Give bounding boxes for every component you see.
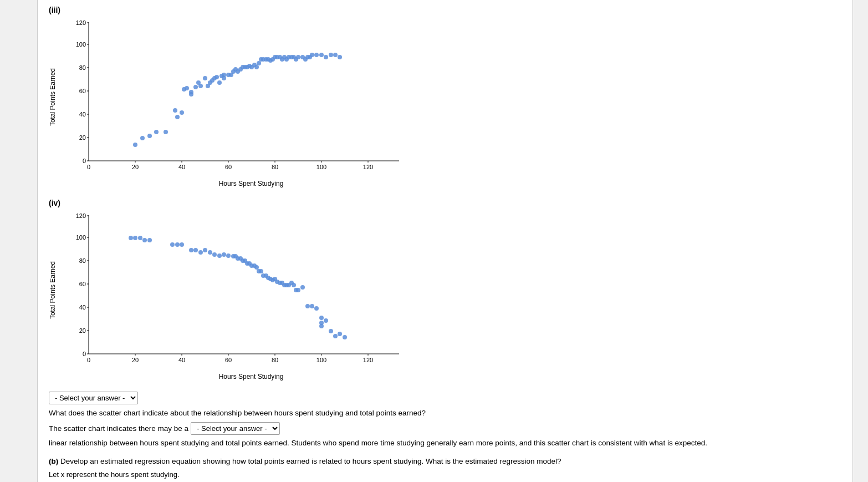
svg-point-178 bbox=[324, 318, 328, 323]
svg-point-66 bbox=[254, 65, 259, 69]
svg-point-170 bbox=[296, 288, 300, 292]
svg-point-128 bbox=[142, 238, 147, 242]
chart-iv-x-label: Hours Spent Studying bbox=[82, 373, 420, 380]
section-b-question: (b) Develop an estimated regression equa… bbox=[49, 456, 841, 467]
svg-point-137 bbox=[208, 250, 212, 255]
chart-iv-svg: 0 20 40 60 80 100 120 0 20 bbox=[61, 210, 405, 371]
svg-point-175 bbox=[319, 316, 324, 320]
svg-point-40 bbox=[189, 90, 193, 94]
svg-point-154 bbox=[259, 269, 263, 273]
svg-text:20: 20 bbox=[79, 327, 86, 334]
svg-point-94 bbox=[333, 53, 338, 57]
chart-iv-label: (iv) bbox=[49, 199, 841, 207]
svg-text:120: 120 bbox=[76, 19, 86, 26]
svg-text:0: 0 bbox=[87, 164, 90, 170]
svg-text:40: 40 bbox=[178, 357, 185, 363]
inline-text-after: linear relationship between hours spent … bbox=[49, 437, 707, 449]
chart-iv-row: Total Points Earned 0 20 40 60 80 bbox=[49, 210, 841, 371]
svg-point-89 bbox=[310, 53, 314, 57]
svg-point-129 bbox=[147, 238, 152, 242]
select-answer-iv-dropdown[interactable]: - Select your answer - positive negative bbox=[191, 422, 280, 435]
svg-point-174 bbox=[314, 306, 319, 311]
svg-text:80: 80 bbox=[272, 357, 278, 363]
svg-point-30 bbox=[140, 136, 145, 140]
svg-text:60: 60 bbox=[79, 88, 86, 94]
svg-point-136 bbox=[203, 248, 207, 252]
svg-point-172 bbox=[305, 304, 310, 308]
svg-text:80: 80 bbox=[79, 64, 86, 71]
svg-point-36 bbox=[180, 110, 184, 115]
svg-point-134 bbox=[193, 248, 198, 252]
svg-point-125 bbox=[129, 236, 133, 240]
svg-text:20: 20 bbox=[132, 164, 139, 170]
svg-point-91 bbox=[319, 53, 324, 57]
svg-point-140 bbox=[222, 252, 226, 257]
svg-point-132 bbox=[180, 242, 184, 247]
chart-iii-container: (iii) Total Points Earned 0 20 40 60 8 bbox=[49, 6, 841, 187]
svg-point-50 bbox=[217, 80, 222, 85]
select-answer-iii-dropdown[interactable]: - Select your answer - Positive linear N… bbox=[49, 392, 138, 404]
svg-text:0: 0 bbox=[87, 357, 90, 363]
svg-point-141 bbox=[226, 253, 231, 258]
section-b-label: (b) bbox=[49, 457, 58, 465]
svg-point-34 bbox=[175, 115, 180, 119]
chart-iii-row: Total Points Earned 0 20 40 60 80 bbox=[49, 17, 841, 177]
svg-point-138 bbox=[212, 252, 217, 257]
answer-section-iv: The scatter chart indicates there may be… bbox=[49, 422, 841, 449]
svg-text:40: 40 bbox=[79, 304, 86, 311]
svg-point-126 bbox=[133, 236, 137, 240]
svg-point-92 bbox=[324, 55, 328, 59]
svg-point-41 bbox=[193, 85, 198, 89]
inline-answer-iv-row: The scatter chart indicates there may be… bbox=[49, 422, 841, 449]
svg-point-152 bbox=[254, 265, 259, 270]
chart-iii-label: (iii) bbox=[49, 6, 841, 14]
svg-text:60: 60 bbox=[225, 357, 232, 363]
svg-text:80: 80 bbox=[272, 164, 278, 170]
chart-iii-x-label: Hours Spent Studying bbox=[82, 180, 420, 187]
svg-point-53 bbox=[222, 73, 226, 77]
svg-point-180 bbox=[333, 334, 338, 338]
svg-point-44 bbox=[203, 76, 207, 80]
svg-point-168 bbox=[292, 283, 296, 287]
svg-text:40: 40 bbox=[178, 164, 185, 170]
svg-text:80: 80 bbox=[79, 257, 86, 264]
svg-text:120: 120 bbox=[76, 212, 86, 219]
svg-text:0: 0 bbox=[83, 158, 86, 164]
svg-point-95 bbox=[338, 55, 342, 59]
svg-point-127 bbox=[138, 236, 142, 240]
svg-point-33 bbox=[164, 130, 168, 134]
chart-iv-container: (iv) Total Points Earned 0 20 40 60 80 bbox=[49, 199, 841, 380]
question-iii-text: What does the scatter chart indicate abo… bbox=[49, 408, 841, 419]
svg-point-93 bbox=[329, 53, 333, 57]
section-b-question-text: Develop an estimated regression equation… bbox=[60, 457, 561, 465]
svg-point-84 bbox=[296, 55, 300, 59]
svg-point-35 bbox=[173, 108, 177, 113]
svg-text:40: 40 bbox=[79, 111, 86, 118]
right-sidebar bbox=[852, 0, 868, 482]
svg-text:20: 20 bbox=[132, 357, 139, 363]
svg-point-171 bbox=[300, 285, 305, 290]
svg-point-135 bbox=[198, 250, 203, 255]
svg-point-133 bbox=[189, 248, 193, 252]
svg-point-67 bbox=[257, 61, 261, 65]
svg-point-139 bbox=[217, 253, 222, 258]
svg-point-90 bbox=[314, 53, 319, 57]
svg-point-182 bbox=[343, 335, 347, 339]
svg-point-177 bbox=[319, 321, 324, 325]
svg-text:60: 60 bbox=[79, 281, 86, 287]
svg-point-31 bbox=[147, 134, 152, 138]
section-b: (b) Develop an estimated regression equa… bbox=[49, 456, 841, 482]
svg-point-130 bbox=[170, 242, 175, 247]
answer-section-iii: - Select your answer - Positive linear N… bbox=[49, 392, 841, 419]
inline-text-before: The scatter chart indicates there may be… bbox=[49, 423, 188, 435]
section-b-sub1: Let x represent the hours spent studying… bbox=[49, 470, 841, 479]
chart-iii-y-label: Total Points Earned bbox=[49, 68, 57, 126]
main-content: (iii) Total Points Earned 0 20 40 60 8 bbox=[38, 0, 852, 482]
svg-point-32 bbox=[154, 130, 159, 134]
svg-point-38 bbox=[185, 86, 189, 90]
svg-point-179 bbox=[329, 329, 333, 333]
svg-text:120: 120 bbox=[363, 164, 373, 170]
svg-text:100: 100 bbox=[316, 357, 326, 363]
svg-point-43 bbox=[198, 84, 203, 88]
svg-point-49 bbox=[215, 75, 219, 79]
